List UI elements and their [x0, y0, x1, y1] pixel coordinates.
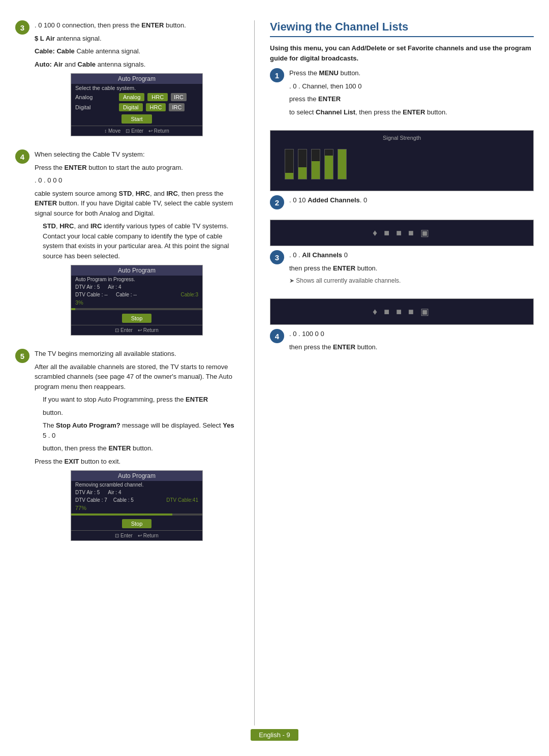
ap-footer-4: ⊡ Enter ↩ Return	[71, 325, 202, 335]
left-column: 3 . 0 100 0 connection, then press the E…	[15, 20, 239, 725]
step-3-row: 3 . 0 100 0 connection, then press the E…	[15, 20, 239, 140]
right-step3-text: . 0 . All Channels 0	[289, 250, 534, 260]
ap-pct-row-5: 77%	[71, 504, 202, 512]
irc-btn-digital[interactable]: IRC	[169, 103, 185, 111]
signal-bar-2	[298, 149, 307, 179]
right-step-4-content: . 0 . 100 0 0 then press the ENTER butto…	[289, 329, 534, 355]
step5-indent2: button.	[35, 408, 239, 418]
step4-intro: When selecting the Cable TV system:	[35, 149, 239, 160]
right-step2-text: . 0 10 Added Channels. 0	[289, 195, 534, 205]
right-step3-enter: then press the ENTER button.	[289, 263, 534, 274]
step4-line3: . 0 . 0 0 0	[35, 175, 239, 186]
right-step-2-circle: 2	[270, 195, 284, 209]
step5-indent6: button, then press the ENTER button.	[35, 443, 239, 453]
step-4-row: 4 When selecting the Cable TV system: Pr…	[15, 149, 239, 340]
channel-dots-icon-1: ♦ ■ ■ ■ ▣	[373, 227, 431, 238]
auto-program-box-5: Auto Program Removing scrambled channel.…	[71, 470, 203, 541]
ap-start-row: Start	[71, 112, 202, 126]
step3-cable: Cable: Cable Cable antenna signal.	[35, 46, 239, 56]
right-step-4-circle: 4	[270, 329, 284, 343]
right-step1-line5: to select Channel List, then press the E…	[289, 107, 534, 117]
page-badge: English - 9	[251, 729, 298, 741]
start-button[interactable]: Start	[121, 114, 151, 124]
ap-select-row: Select the cable system.	[71, 84, 202, 92]
right-step-4-row: 4 . 0 . 100 0 0 then press the ENTER but…	[270, 329, 534, 355]
ap-dtv-row-5: DTV Air : 5 Air : 4	[71, 489, 202, 496]
ap-progress-bar-bg-5	[71, 513, 202, 516]
channel-dots-1: ♦ ■ ■ ■ ▣	[273, 223, 530, 243]
auto-program-box-4: Auto Program Auto Program in Progress. D…	[71, 265, 203, 336]
ap-progress-bar-bg-4	[71, 308, 202, 310]
right-step1-line1: Press the MENU button.	[289, 68, 534, 78]
step4-line4: cable system source among STD, HRC, and …	[35, 189, 239, 219]
channel-dots-icon-2: ♦ ■ ■ ■ ▣	[373, 306, 431, 317]
ap-title-4: Auto Program	[71, 265, 202, 276]
right-step-1-content: Press the MENU button. . 0 . Channel, th…	[289, 68, 534, 120]
right-step1-line3: press the ENTER	[289, 94, 534, 104]
ap-progress-label: Auto Program in Progress.	[71, 276, 202, 283]
step-4-content: When selecting the Cable TV system: Pres…	[35, 149, 239, 340]
step-5-circle: 5	[15, 349, 29, 363]
ap-progress-label-5: Removing scrambled channel.	[71, 481, 202, 489]
ap-analog-row: Analog Analog HRC IRC	[71, 92, 202, 102]
ap-cable-row-5: DTV Cable : 7 Cable : 5 DTV Cable:41	[71, 496, 202, 504]
hrc-btn-digital[interactable]: HRC	[146, 103, 166, 111]
right-step4-enter: then press the ENTER button.	[289, 342, 534, 352]
digital-btn[interactable]: Digital	[119, 103, 143, 111]
channel-box-1: ♦ ■ ■ ■ ▣	[270, 220, 534, 246]
step3-auto: Auto: Air and Cable antenna signals.	[35, 59, 239, 70]
step-3-content: . 0 100 0 connection, then press the ENT…	[35, 20, 239, 140]
step-5-row: 5 The TV begins memorizing all available…	[15, 349, 239, 545]
step4-line1: Press the ENTER button to start the auto…	[35, 163, 239, 173]
right-column: Viewing the Channel Lists Using this men…	[254, 20, 534, 725]
step5-text2: After all the available channels are sto…	[35, 362, 239, 392]
section-subtitle: Using this menu, you can Add/Delete or s…	[270, 43, 534, 63]
page-footer: English - 9	[0, 729, 549, 741]
stop-button-4[interactable]: Stop	[122, 314, 152, 323]
right-step-1-circle: 1	[270, 68, 284, 82]
irc-btn-analog[interactable]: IRC	[171, 93, 187, 101]
right-step-2-row: 2 . 0 10 Added Channels. 0	[270, 195, 534, 209]
stop-button-5[interactable]: Stop	[122, 519, 152, 528]
analog-btn[interactable]: Analog	[119, 93, 144, 101]
step5-indent3: The Stop Auto Program? message will be d…	[35, 420, 239, 440]
ap-stop-row-5: Stop	[71, 517, 202, 530]
step-4-circle: 4	[15, 149, 29, 164]
ap-footer-5: ⊡ Enter ↩ Return	[71, 530, 202, 540]
right-step-3-row: 3 . 0 . All Channels 0 then press the EN…	[270, 250, 534, 288]
section-header: Viewing the Channel Lists	[270, 20, 534, 37]
step-3-circle: 3	[15, 20, 29, 35]
step5-exit: Press the EXIT button to exit.	[35, 457, 239, 467]
ap-digital-row: Digital Digital HRC IRC	[71, 102, 202, 112]
right-step-2-content: . 0 10 Added Channels. 0	[289, 195, 534, 208]
right-step1-line2: . 0 . Channel, then 100 0	[289, 81, 534, 92]
signal-bar-4	[324, 149, 333, 179]
ap-progress-bar-4	[71, 308, 75, 310]
ap-pct-row: 3%	[71, 298, 202, 307]
step3-air: $ L Air antenna signal.	[35, 34, 239, 44]
auto-program-box-3: Auto Program Select the cable system. An…	[71, 73, 203, 136]
step5-indent1: If you want to stop Auto Programming, pr…	[35, 395, 239, 405]
channel-dots-2: ♦ ■ ■ ■ ▣	[273, 302, 530, 321]
channel-box-2: ♦ ■ ■ ■ ▣	[270, 298, 534, 325]
signal-title: Signal Strength	[274, 135, 529, 141]
step-5-content: The TV begins memorizing all available s…	[35, 349, 239, 545]
ap-dtv-row: DTV Air : 5 Air : 4	[71, 283, 202, 291]
hrc-btn-analog[interactable]: HRC	[147, 93, 168, 101]
ap-cable-row: DTV Cable : -- Cable : -- Cable:3	[71, 291, 202, 298]
ap-footer-3: ↕ Move ⊡ Enter ↩ Return	[71, 126, 202, 136]
step3-line1: . 0 100 0 connection, then press the ENT…	[35, 20, 239, 31]
right-step4-text: . 0 . 100 0 0	[289, 329, 534, 339]
ap-progress-bar-5	[71, 513, 172, 516]
signal-bar-5	[338, 149, 347, 179]
signal-strength-box: Signal Strength	[270, 130, 534, 191]
right-step-3-circle: 3	[270, 250, 284, 264]
step5-text1: The TV begins memorizing all available s…	[35, 349, 239, 359]
right-step-3-content: . 0 . All Channels 0 then press the ENTE…	[289, 250, 534, 288]
right-step-1-row: 1 Press the MENU button. . 0 . Channel, …	[270, 68, 534, 120]
ap-stop-row-4: Stop	[71, 312, 202, 325]
step4-note: STD, HRC, and IRC identify various types…	[35, 221, 239, 261]
section-title: Viewing the Channel Lists	[270, 20, 408, 33]
signal-bar-3	[311, 149, 320, 179]
ap-title-5: Auto Program	[71, 471, 202, 481]
